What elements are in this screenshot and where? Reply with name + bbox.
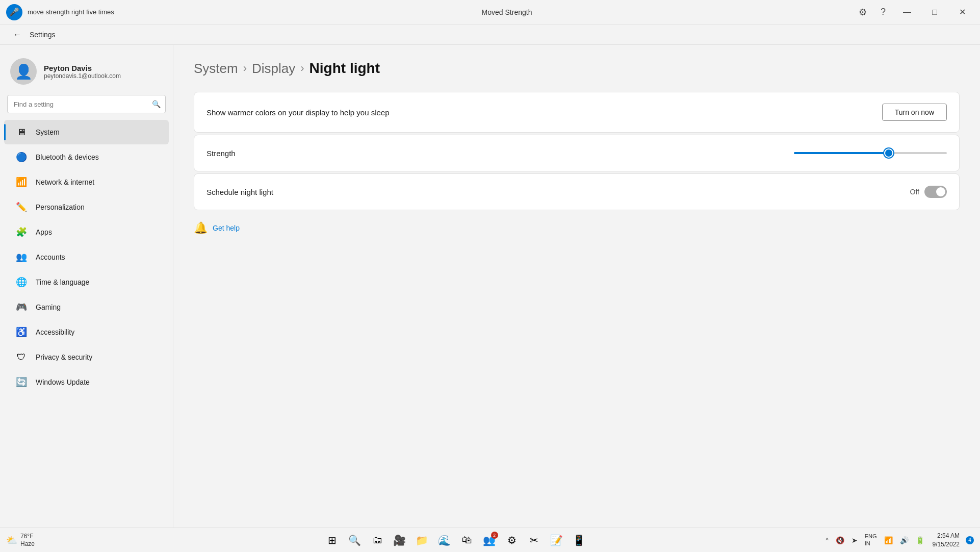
search-box[interactable]: 🔍 (7, 95, 166, 113)
schedule-toggle[interactable] (924, 186, 947, 198)
nav-icon-system: 🖥 (14, 125, 29, 139)
maximize-button[interactable]: □ (923, 4, 946, 20)
nav-label-system: System (36, 128, 60, 136)
nav-label-personalization: Personalization (36, 203, 85, 211)
sidebar-item-bluetooth[interactable]: 🔵 Bluetooth & devices (4, 145, 169, 169)
sidebar-item-system[interactable]: 🖥 System (4, 120, 169, 144)
toggle-container: Off (910, 186, 947, 198)
strength-row: Strength (194, 135, 959, 171)
clock-date: 9/15/2022 (933, 540, 960, 549)
slider-track[interactable] (794, 152, 947, 154)
nav-icon-time: 🌐 (14, 275, 29, 289)
warm-colors-card: Show warmer colors on your display to he… (194, 92, 960, 133)
battery-icon[interactable]: 🔋 (914, 534, 926, 546)
taskbar-word[interactable]: 📝 (547, 530, 567, 550)
avatar: 👤 (10, 58, 37, 85)
help-button[interactable]: ? (875, 4, 891, 20)
taskbar-center: ⊞ 🔍 🗂 🎥 📁 🌊 🛍 👥 2 ⚙ ✂ 📝 📱 (322, 530, 589, 550)
mute-icon[interactable]: 🔇 (834, 534, 846, 546)
title-bar: 🎤 move strength right five times Moved S… (0, 0, 980, 24)
main-layout: 👤 Peyton Davis peytondavis.1@outlook.com… (0, 45, 980, 528)
warm-colors-label: Show warmer colors on your display to he… (207, 108, 390, 117)
user-name: Peyton Davis (44, 64, 121, 72)
nav-label-accounts: Accounts (36, 253, 65, 261)
title-bar-right: ⚙ ? — □ ✕ (855, 4, 974, 20)
teams-badge: 2 (491, 532, 498, 539)
search-input[interactable] (7, 95, 166, 113)
sidebar-item-gaming[interactable]: 🎮 Gaming (4, 295, 169, 319)
schedule-label: Schedule night light (207, 188, 273, 196)
nav-icon-accessibility: ♿ (14, 325, 29, 339)
get-help-link[interactable]: Get help (213, 224, 240, 232)
cortana-icon[interactable]: 🎤 (6, 4, 22, 20)
strength-slider-container[interactable] (794, 152, 947, 154)
turn-on-button[interactable]: Turn on now (882, 104, 947, 121)
weather-temp: 76°F (20, 533, 35, 540)
nav-icon-gaming: 🎮 (14, 300, 29, 314)
tray-overflow[interactable]: ^ (823, 535, 831, 546)
nav-icon-personalization: ✏️ (14, 200, 29, 214)
settings-gear-button[interactable]: ⚙ (855, 4, 871, 20)
location-icon[interactable]: ➤ (849, 534, 860, 546)
close-button[interactable]: ✕ (950, 4, 974, 20)
strength-label: Strength (207, 149, 236, 158)
wifi-icon[interactable]: 📶 (882, 534, 895, 546)
back-button[interactable]: ← (10, 28, 24, 42)
nav-icon-accounts: 👥 (14, 250, 29, 264)
taskbar-settings[interactable]: ⚙ (502, 530, 522, 550)
taskbar-start[interactable]: ⊞ (322, 530, 343, 550)
minimize-button[interactable]: — (895, 4, 919, 20)
weather-condition: Haze (20, 540, 35, 547)
notification-badge[interactable]: 4 (966, 536, 974, 544)
help-icon: 🔔 (194, 221, 208, 235)
search-icon: 🔍 (152, 100, 161, 108)
strength-card: Strength (194, 135, 960, 171)
breadcrumb-night-light: Night light (310, 60, 380, 77)
taskbar-teams[interactable]: 👥 2 (479, 530, 500, 550)
taskbar-edge[interactable]: 🌊 (434, 530, 455, 550)
warm-colors-row: Show warmer colors on your display to he… (194, 92, 959, 132)
toggle-off-label: Off (910, 188, 919, 196)
get-help-row: 🔔 Get help (194, 221, 960, 235)
window-title: Moved Strength (159, 8, 855, 16)
sidebar-item-network[interactable]: 📶 Network & internet (4, 170, 169, 194)
slider-thumb[interactable] (884, 148, 893, 158)
sidebar-item-privacy[interactable]: 🛡 Privacy & security (4, 345, 169, 369)
nav-label-time: Time & language (36, 278, 89, 286)
breadcrumb-display[interactable]: Display (252, 61, 295, 77)
sidebar-item-personalization[interactable]: ✏️ Personalization (4, 195, 169, 219)
taskbar-search[interactable]: 🔍 (345, 530, 365, 550)
taskbar-taskview[interactable]: 🗂 (367, 530, 388, 550)
breadcrumb: System › Display › Night light (194, 60, 960, 77)
sidebar-item-accounts[interactable]: 👥 Accounts (4, 245, 169, 269)
nav-label-accessibility: Accessibility (36, 328, 74, 336)
user-email: peytondavis.1@outlook.com (44, 72, 121, 80)
sidebar: 👤 Peyton Davis peytondavis.1@outlook.com… (0, 45, 173, 528)
sidebar-item-time[interactable]: 🌐 Time & language (4, 270, 169, 294)
taskbar-right: ^ 🔇 ➤ ENGIN 📶 🔊 🔋 2:54 AM 9/15/2022 4 (823, 531, 974, 550)
nav-label-privacy: Privacy & security (36, 353, 92, 361)
title-bar-left: 🎤 move strength right five times (6, 4, 159, 20)
language-indicator[interactable]: ENGIN (863, 531, 879, 548)
sidebar-item-update[interactable]: 🔄 Windows Update (4, 370, 169, 394)
nav-icon-bluetooth: 🔵 (14, 150, 29, 164)
slider-fill (794, 152, 889, 154)
volume-icon[interactable]: 🔊 (898, 534, 911, 546)
taskbar-store[interactable]: 🛍 (457, 530, 477, 550)
breadcrumb-system[interactable]: System (194, 61, 238, 77)
nav-label-gaming: Gaming (36, 303, 61, 311)
user-info: Peyton Davis peytondavis.1@outlook.com (44, 64, 121, 80)
sidebar-item-accessibility[interactable]: ♿ Accessibility (4, 320, 169, 344)
clock[interactable]: 2:54 AM 9/15/2022 (930, 531, 963, 550)
taskbar-snipping[interactable]: ✂ (524, 530, 545, 550)
taskbar-teams-meet[interactable]: 🎥 (390, 530, 410, 550)
settings-bar: ← Settings (0, 24, 980, 45)
nav-label-update: Windows Update (36, 378, 90, 386)
taskbar-explorer[interactable]: 📁 (412, 530, 432, 550)
user-section[interactable]: 👤 Peyton Davis peytondavis.1@outlook.com (0, 53, 173, 95)
taskbar-left: ⛅ 76°F Haze (6, 533, 88, 547)
sidebar-item-apps[interactable]: 🧩 Apps (4, 220, 169, 244)
taskbar-phone[interactable]: 📱 (569, 530, 589, 550)
weather-widget[interactable]: ⛅ 76°F Haze (6, 533, 35, 547)
nav-icon-privacy: 🛡 (14, 350, 29, 364)
